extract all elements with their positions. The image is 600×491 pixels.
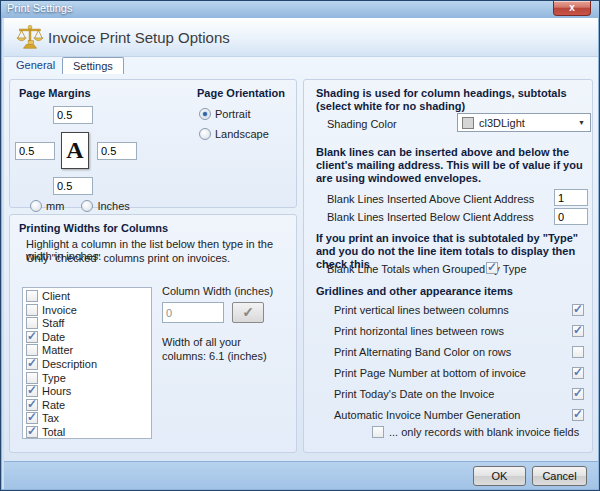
apply-width-button[interactable]: ✓ [232,302,264,323]
column-checkbox[interactable] [26,290,38,302]
tab-settings[interactable]: Settings [62,57,124,74]
only-blank-invoice-label: ... only records with blank invoice fiel… [389,426,579,438]
column-checkbox[interactable] [26,385,38,397]
column-checkbox[interactable] [26,304,38,316]
blank-below-label: Blank Lines Inserted Below Client Addres… [327,211,534,223]
tab-general[interactable]: General [6,57,65,74]
landscape-radio[interactable] [199,128,211,140]
column-checkbox[interactable] [26,399,38,411]
column-label: Description [42,358,97,370]
page-margins-group: Page Margins A mm Inches Page Orientatio… [9,79,297,208]
color-swatch-icon [462,117,474,129]
portrait-radio[interactable] [199,108,211,120]
list-item[interactable]: Rate [26,399,151,413]
gridline-option-label: Print Alternating Band Color on rows [334,346,572,358]
blank-lines-heading: Blank lines can be inserted above and be… [316,146,584,185]
gridline-option-row: Print Alternating Band Color on rows [334,346,584,358]
settings-panel: Page Margins A mm Inches Page Orientatio… [4,74,598,461]
column-checkbox[interactable] [26,344,38,356]
scales-of-justice-icon [15,22,45,52]
landscape-radio-label[interactable]: Landscape [215,128,269,140]
margin-bottom-input[interactable] [53,177,93,195]
gridlines-heading: Gridlines and other appearance items [316,285,584,298]
shading-color-value: cl3DLight [479,117,525,129]
gridline-option-label: Automatic Invoice Number Generation [334,409,572,421]
list-item[interactable]: Total [26,426,151,439]
appearance-group: Shading is used for column headings, sub… [303,79,593,453]
blank-above-label: Blank Lines Inserted Above Client Addres… [327,193,534,205]
column-label: Type [42,372,66,384]
column-label: Staff [42,317,64,329]
printing-widths-desc2: Only "checked" columns print on invoices… [26,252,290,264]
mm-radio-label[interactable]: mm [46,200,64,212]
blank-below-input[interactable] [554,208,588,225]
page-preview-icon: A [61,132,89,169]
check-icon: ✓ [242,304,254,320]
list-item[interactable]: Date [26,331,151,345]
blank-above-input[interactable] [554,189,588,206]
margin-left-input[interactable] [15,142,55,160]
gridline-option-label: Print Page Number at bottom of invoice [334,367,572,379]
column-checkbox[interactable] [26,372,38,384]
titlebar[interactable]: Print Settings x [1,1,599,18]
page-margins-title: Page Margins [19,87,91,99]
column-checkbox[interactable] [26,331,38,343]
list-item[interactable]: Tax [26,412,151,426]
only-blank-invoice-checkbox[interactable] [372,426,384,438]
inches-radio[interactable] [81,200,93,212]
column-checkbox[interactable] [26,317,38,329]
page-orientation-title: Page Orientation [197,87,285,99]
tabstrip: General Settings [4,57,598,74]
gridline-option-checkbox[interactable] [572,409,584,421]
column-label: Rate [42,399,65,411]
list-item[interactable]: Invoice [26,304,151,318]
printing-widths-title: Printing Widths for Columns [19,222,168,234]
column-label: Hours [42,385,71,397]
column-width-input[interactable] [162,302,224,323]
shading-color-dropdown[interactable]: cl3DLight ▼ [457,113,591,132]
column-label: Invoice [42,304,77,316]
shading-color-label: Shading Color [327,118,397,130]
shading-heading: Shading is used for column headings, sub… [316,87,584,113]
list-item[interactable]: Matter [26,344,151,358]
list-item[interactable]: Hours [26,385,151,399]
only-blank-invoice-row: ... only records with blank invoice fiel… [372,426,584,438]
page-title: Invoice Print Setup Options [48,29,230,46]
gridline-option-checkbox[interactable] [572,367,584,379]
footer-bar: OK Cancel [4,461,598,489]
list-item[interactable]: Client [26,290,151,304]
list-item[interactable]: Staff [26,317,151,331]
chevron-down-icon: ▼ [578,119,585,126]
gridline-option-checkbox[interactable] [572,388,584,400]
gridline-option-row: Automatic Invoice Number Generation [334,409,584,421]
ok-button[interactable]: OK [473,466,526,486]
mm-radio[interactable] [30,200,42,212]
column-checkbox[interactable] [26,358,38,370]
cancel-button[interactable]: Cancel [532,466,587,486]
column-label: Date [42,331,65,343]
print-settings-dialog: Print Settings x Invoice Print Setup Opt… [0,0,600,491]
list-item[interactable]: Description [26,358,151,372]
column-label: Client [42,290,70,302]
margin-top-input[interactable] [53,106,93,124]
gridline-option-label: Print horizontal lines between rows [334,325,572,337]
gridline-option-row: Print horizontal lines between rows [334,325,584,337]
margin-right-input[interactable] [97,142,137,160]
gridline-option-row: Print vertical lines between columns [334,304,584,316]
columns-listbox[interactable]: ClientInvoiceStaffDateMatterDescriptionT… [22,287,152,439]
window-title: Print Settings [7,2,72,14]
gridline-option-checkbox[interactable] [572,325,584,337]
list-item[interactable]: Type [26,372,151,386]
column-checkbox[interactable] [26,412,38,424]
gridline-option-checkbox[interactable] [572,346,584,358]
dialog-header: Invoice Print Setup Options [4,18,598,57]
gridline-option-row: Print Today's Date on the Invoice [334,388,584,400]
column-label: Matter [42,344,73,356]
gridline-option-checkbox[interactable] [572,304,584,316]
close-icon: x [569,2,575,13]
column-checkbox[interactable] [26,426,38,438]
blank-line-totals-checkbox[interactable] [486,262,498,274]
close-button[interactable]: x [553,1,591,16]
portrait-radio-label[interactable]: Portrait [215,108,250,120]
inches-radio-label[interactable]: Inches [97,200,129,212]
